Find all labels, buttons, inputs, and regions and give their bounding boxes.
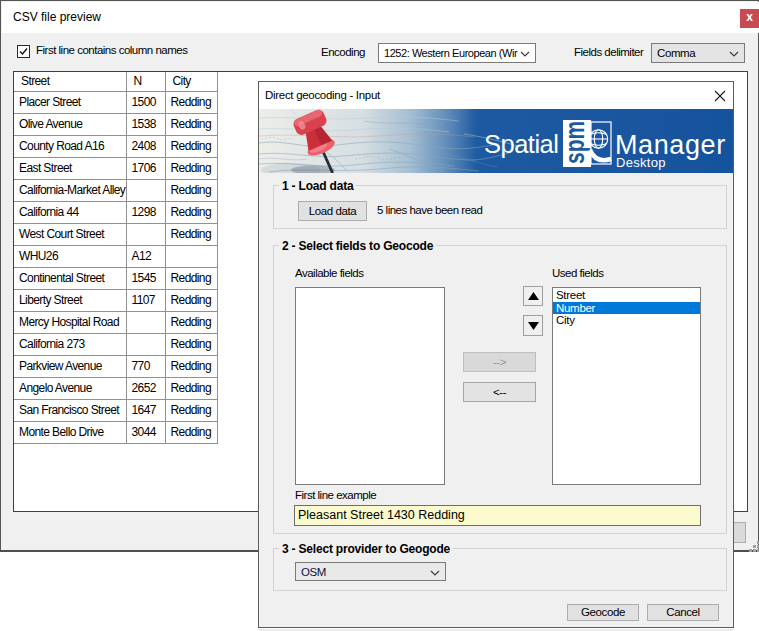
svg-text:spm: spm xyxy=(559,121,590,164)
svg-text:Spatial: Spatial xyxy=(484,130,558,158)
svg-text:Desktop: Desktop xyxy=(616,155,666,170)
